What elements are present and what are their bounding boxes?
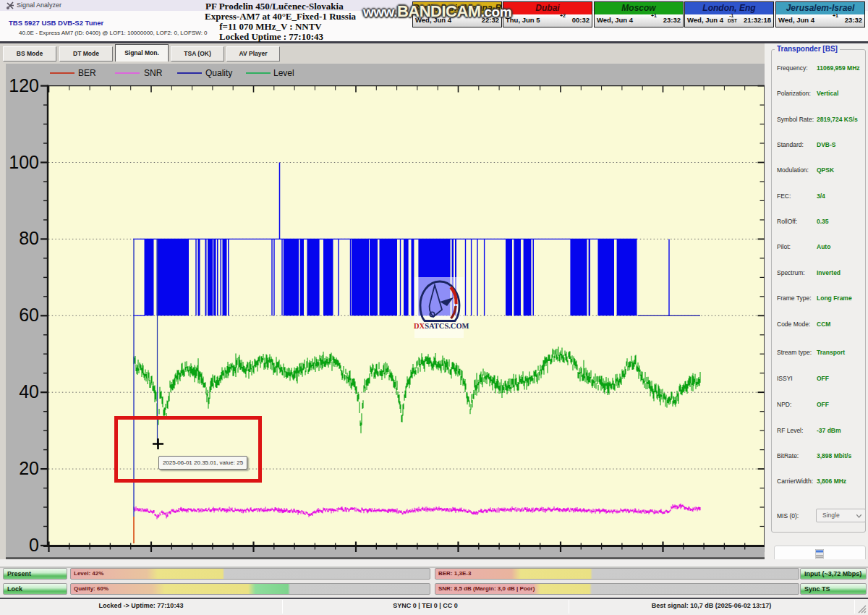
svg-text:0: 0 [29, 535, 39, 555]
svg-text:60: 60 [19, 305, 39, 325]
svg-text:20: 20 [19, 458, 39, 478]
svg-text:120: 120 [9, 75, 39, 96]
svg-text:100: 100 [9, 152, 39, 172]
svg-text:40: 40 [19, 381, 39, 402]
svg-text:80: 80 [19, 228, 39, 248]
